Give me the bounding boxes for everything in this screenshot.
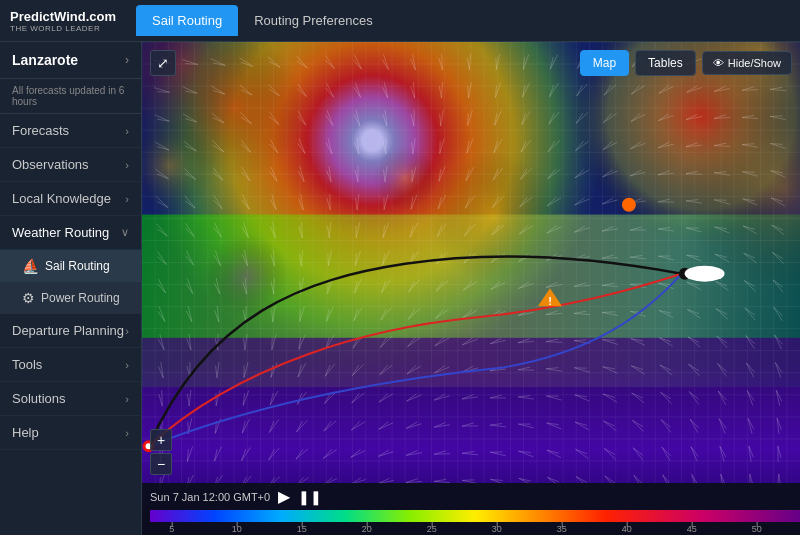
timeline-date-label: Sun 7 Jan 12:00 GMT+0 [150,491,270,503]
forecasts-label: Forecasts [12,123,69,138]
sidebar-sub-menu: ⛵ Sail Routing ⚙ Power Routing [0,250,141,314]
observations-label: Observations [12,157,89,172]
sail-routing-icon: ⛵ [22,258,39,274]
sail-routing-sub-label: Sail Routing [45,259,110,273]
app-header: PredictWind.com THE WORLD LEADER Sail Ro… [0,0,800,42]
observations-arrow-icon: › [125,159,129,171]
sidebar-location[interactable]: Lanzarote › [0,42,141,79]
map-expand-button[interactable]: ⤢ [150,50,176,76]
departure-planning-label: Departure Planning [12,323,124,338]
sidebar-item-solutions[interactable]: Solutions › [0,382,141,416]
sidebar-item-weather-routing[interactable]: Weather Routing ∨ [0,216,141,250]
local-knowledge-arrow-icon: › [125,193,129,205]
sidebar-item-local-knowledge[interactable]: Local Knowledge › [0,182,141,216]
help-arrow-icon: › [125,427,129,439]
local-knowledge-label: Local Knowledge [12,191,111,206]
header-tab-bar: Sail Routing Routing Preferences [136,5,389,36]
play-button[interactable]: ▶ [278,487,290,506]
timeline-bar: Sun 7 Jan 12:00 GMT+0 ▶ ❚❚ [142,483,800,535]
weather-routing-label: Weather Routing [12,225,109,240]
sidebar-sub-sail-routing[interactable]: ⛵ Sail Routing [0,250,141,282]
ruler-canvas [150,510,800,532]
weather-routing-chevron-icon: ∨ [121,226,129,239]
zoom-in-button[interactable]: + [150,429,172,451]
solutions-arrow-icon: › [125,393,129,405]
sidebar-item-tools[interactable]: Tools › [0,348,141,382]
map-area: ⤢ Map Tables 👁 Hide/Show + − Sun 7 Jan 1… [142,42,800,535]
sidebar-item-departure-planning[interactable]: Departure Planning › [0,314,141,348]
zoom-controls: + − [150,429,172,475]
solutions-label: Solutions [12,391,65,406]
expand-icon: ⤢ [157,55,169,71]
forecasts-arrow-icon: › [125,125,129,137]
eye-icon: 👁 [713,57,724,69]
logo-sub-text: THE WORLD LEADER [10,24,116,33]
sidebar-sub-power-routing[interactable]: ⚙ Power Routing [0,282,141,314]
location-arrow-icon: › [125,53,129,67]
sidebar: Lanzarote › All forecasts updated in 6 h… [0,42,142,535]
map-toolbar: Map Tables 👁 Hide/Show [580,50,792,76]
weather-map-canvas[interactable] [142,42,800,535]
pause-button[interactable]: ❚❚ [298,489,322,505]
sidebar-item-help[interactable]: Help › [0,416,141,450]
tools-arrow-icon: › [125,359,129,371]
tab-routing-preferences[interactable]: Routing Preferences [238,5,389,36]
power-routing-icon: ⚙ [22,290,35,306]
help-label: Help [12,425,39,440]
hide-show-button[interactable]: 👁 Hide/Show [702,51,792,75]
main-layout: Lanzarote › All forecasts updated in 6 h… [0,42,800,535]
sidebar-update-text: All forecasts updated in 6 hours [0,79,141,114]
location-name: Lanzarote [12,52,78,68]
power-routing-sub-label: Power Routing [41,291,120,305]
zoom-out-button[interactable]: − [150,453,172,475]
logo-main-text: PredictWind.com [10,9,116,24]
sidebar-item-observations[interactable]: Observations › [0,148,141,182]
tools-label: Tools [12,357,42,372]
tab-sail-routing[interactable]: Sail Routing [136,5,238,36]
timeline-ruler[interactable] [142,510,800,532]
timeline-controls: Sun 7 Jan 12:00 GMT+0 ▶ ❚❚ [142,483,800,510]
sidebar-item-forecasts[interactable]: Forecasts › [0,114,141,148]
departure-planning-arrow-icon: › [125,325,129,337]
tables-view-button[interactable]: Tables [635,50,696,76]
map-view-button[interactable]: Map [580,50,629,76]
hide-show-label: Hide/Show [728,57,781,69]
app-logo: PredictWind.com THE WORLD LEADER [10,9,116,33]
